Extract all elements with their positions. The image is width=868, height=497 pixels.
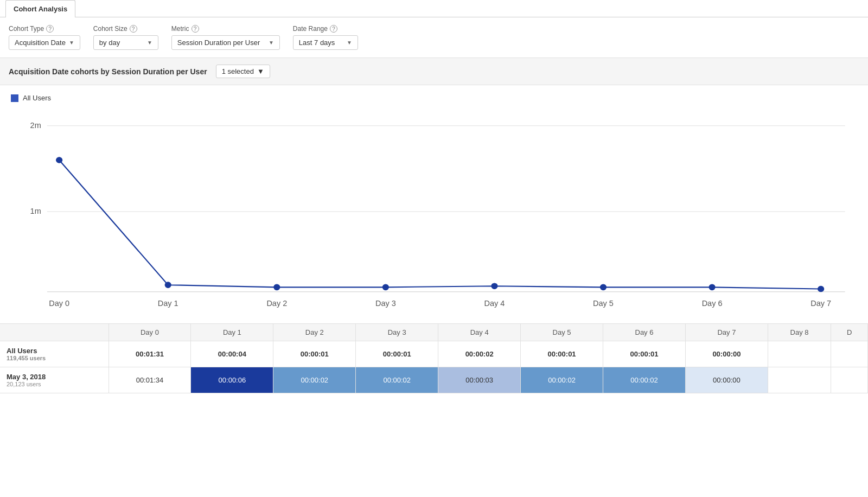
svg-point-9 (492, 283, 497, 289)
table-cell: 00:00:02 (521, 367, 603, 393)
table-row-header: All Users119,455 users (0, 341, 108, 367)
table-cell: 00:01:34 (108, 367, 191, 393)
table-header-day3: Day 3 (356, 324, 438, 341)
date-range-group: Date Range ? Last 7 days ▼ (293, 25, 358, 50)
table-header-day7: Day 7 (685, 324, 768, 341)
svg-text:Day 7: Day 7 (810, 300, 831, 308)
table-header-day1: Day 1 (191, 324, 273, 341)
table-header-row: Day 0 Day 1 Day 2 Day 3 Day 4 Day 5 Day … (0, 324, 868, 341)
date-range-dropdown[interactable]: Last 7 days ▼ (293, 35, 358, 50)
cohort-table: Day 0 Day 1 Day 2 Day 3 Day 4 Day 5 Day … (0, 324, 868, 393)
svg-text:Day 6: Day 6 (702, 300, 723, 308)
table-header-day5: Day 5 (521, 324, 603, 341)
tab-cohort-analysis[interactable]: Cohort Analysis (5, 0, 75, 17)
cohort-type-label: Cohort Type ? (9, 25, 80, 33)
table-cell: 00:00:01 (356, 341, 438, 367)
table-section: Day 0 Day 1 Day 2 Day 3 Day 4 Day 5 Day … (0, 323, 868, 393)
table-cell (768, 341, 831, 367)
svg-point-10 (600, 284, 606, 290)
legend-label: All Users (23, 94, 51, 102)
svg-point-7 (274, 284, 280, 290)
table-header-d: D (831, 324, 868, 341)
table-cell: 00:00:02 (273, 367, 356, 393)
table-header-day6: Day 6 (603, 324, 686, 341)
date-range-help-icon[interactable]: ? (330, 25, 337, 33)
legend-color-box (11, 94, 18, 102)
svg-point-5 (56, 157, 62, 163)
metric-group: Metric ? Session Duration per User ▼ (171, 25, 280, 50)
chart-legend: All Users (11, 94, 857, 102)
table-cell: 00:00:02 (603, 367, 686, 393)
svg-text:Day 1: Day 1 (158, 300, 178, 308)
tab-bar: Cohort Analysis (0, 0, 868, 17)
svg-text:Day 2: Day 2 (266, 300, 287, 308)
svg-point-8 (382, 284, 388, 290)
chart-header: Acquisition Date cohorts by Session Dura… (0, 58, 868, 85)
cohort-size-label: Cohort Size ? (93, 25, 158, 33)
table-header-day2: Day 2 (273, 324, 356, 341)
svg-text:1m: 1m (30, 207, 41, 216)
cohort-type-help-icon[interactable]: ? (46, 25, 54, 33)
table-header-row-label (0, 324, 108, 341)
table-cell: 00:00:02 (438, 341, 521, 367)
table-cell: 00:00:06 (191, 367, 273, 393)
table-header-day0: Day 0 (108, 324, 191, 341)
table-row-header: May 3, 201820,123 users (0, 367, 108, 393)
svg-point-11 (709, 284, 715, 290)
table-cell: 00:00:04 (191, 341, 273, 367)
svg-text:Day 4: Day 4 (484, 300, 505, 308)
cohort-type-dropdown[interactable]: Acquisition Date ▼ (9, 35, 80, 50)
selected-button[interactable]: 1 selected ▼ (216, 65, 270, 78)
cohort-type-group: Cohort Type ? Acquisition Date ▼ (9, 25, 80, 50)
date-range-label: Date Range ? (293, 25, 358, 33)
table-cell: 00:00:01 (603, 341, 686, 367)
svg-text:2m: 2m (30, 121, 41, 130)
table-row: May 3, 201820,123 users00:01:3400:00:060… (0, 367, 868, 393)
table-cell: 00:00:01 (521, 341, 603, 367)
cohort-size-help-icon[interactable]: ? (130, 25, 137, 33)
table-cell: 00:01:31 (108, 341, 191, 367)
table-cell (831, 341, 868, 367)
date-range-arrow-icon: ▼ (347, 40, 352, 46)
svg-point-12 (818, 286, 824, 292)
line-chart-container: 2m 1m Day 0 Day 1 Day 2 Day 3 Day 4 Day … (11, 109, 857, 315)
table-cell (768, 367, 831, 393)
table-cell (831, 367, 868, 393)
table-cell: 00:00:02 (356, 367, 438, 393)
chart-title: Acquisition Date cohorts by Session Dura… (9, 67, 207, 76)
metric-help-icon[interactable]: ? (192, 25, 199, 33)
svg-text:Day 0: Day 0 (49, 300, 69, 308)
table-header-day8: Day 8 (768, 324, 831, 341)
svg-point-6 (165, 282, 171, 288)
svg-text:Day 3: Day 3 (375, 300, 396, 308)
metric-label: Metric ? (171, 25, 280, 33)
table-cell: 00:00:00 (685, 367, 768, 393)
metric-arrow-icon: ▼ (269, 40, 274, 46)
svg-text:Day 5: Day 5 (593, 300, 614, 308)
table-row: All Users119,455 users00:01:3100:00:0400… (0, 341, 868, 367)
cohort-size-arrow-icon: ▼ (147, 40, 152, 46)
table-header-day4: Day 4 (438, 324, 521, 341)
line-chart-svg: 2m 1m Day 0 Day 1 Day 2 Day 3 Day 4 Day … (11, 109, 857, 315)
cohort-size-dropdown[interactable]: by day ▼ (93, 35, 158, 50)
table-cell: 00:00:01 (273, 341, 356, 367)
chart-area: All Users 2m 1m Day 0 Day 1 Day 2 (0, 85, 868, 323)
controls-section: Cohort Type ? Acquisition Date ▼ Cohort … (0, 17, 868, 58)
table-cell: 00:00:00 (685, 341, 768, 367)
cohort-type-arrow-icon: ▼ (69, 40, 74, 46)
metric-dropdown[interactable]: Session Duration per User ▼ (171, 35, 280, 50)
cohort-size-group: Cohort Size ? by day ▼ (93, 25, 158, 50)
table-cell: 00:00:03 (438, 367, 521, 393)
selected-arrow-icon: ▼ (257, 67, 264, 75)
